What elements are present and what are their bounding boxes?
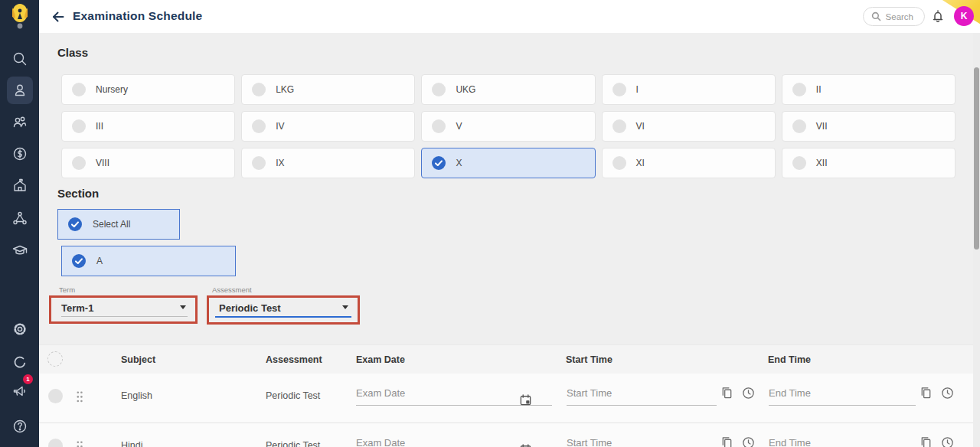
start-time-field — [567, 383, 717, 406]
row-checkbox[interactable] — [48, 389, 63, 403]
start-time-field — [567, 432, 717, 447]
sidebar: 1 — [0, 0, 39, 447]
radio-unselected — [252, 119, 266, 133]
radio-unselected — [612, 156, 626, 170]
drag-handle-icon[interactable] — [76, 390, 83, 406]
class-option-x-selected[interactable]: X — [421, 148, 595, 178]
select-all-checkbox[interactable]: Select All — [57, 209, 180, 240]
announcement-badge: 1 — [23, 374, 33, 384]
radio-unselected — [792, 156, 806, 170]
people-icon[interactable] — [0, 109, 39, 136]
check-circle-icon — [68, 217, 82, 231]
radio-unselected — [792, 83, 806, 96]
column-subject: Subject — [121, 354, 155, 365]
start-time-input[interactable] — [567, 383, 717, 406]
school-icon[interactable] — [0, 172, 39, 200]
column-assessment: Assessment — [266, 354, 322, 365]
term-label: Term — [59, 285, 75, 294]
notification-bell-icon[interactable] — [929, 8, 946, 24]
term-underline — [61, 316, 188, 317]
end-time-field — [769, 383, 916, 406]
class-option-ii[interactable]: II — [782, 74, 956, 105]
clock-icon[interactable] — [742, 436, 755, 447]
page-title: Examination Schedule — [73, 9, 202, 23]
class-option-vi[interactable]: VI — [602, 111, 776, 142]
class-option-iv[interactable]: IV — [241, 111, 415, 142]
class-option-v[interactable]: V — [421, 111, 595, 142]
chevron-down-icon — [180, 305, 186, 309]
radio-unselected — [432, 83, 446, 96]
end-time-input[interactable] — [769, 432, 916, 447]
community-icon[interactable] — [0, 204, 39, 232]
copy-icon[interactable] — [720, 386, 733, 403]
class-option-iii[interactable]: III — [61, 111, 235, 142]
calendar-icon[interactable] — [519, 393, 532, 409]
assessment-dropdown[interactable]: Periodic Test — [207, 295, 360, 325]
check-circle-icon — [432, 156, 446, 170]
copy-icon[interactable] — [920, 386, 933, 403]
start-time-input[interactable] — [567, 432, 717, 447]
table-row-english: English Periodic Test — [39, 374, 980, 423]
copy-icon[interactable] — [920, 436, 933, 447]
radio-unselected — [252, 83, 266, 96]
row-checkbox[interactable] — [48, 439, 63, 447]
class-option-viii[interactable]: VIII — [61, 148, 235, 178]
table-row-hindi: Hindi Periodic Test — [39, 423, 980, 447]
search-button[interactable]: Search — [863, 7, 925, 26]
term-dropdown[interactable]: Term-1 — [49, 295, 198, 324]
class-option-vii[interactable]: VII — [782, 111, 956, 142]
class-option-nursery[interactable]: Nursery — [61, 74, 235, 105]
class-option-ukg[interactable]: UKG — [421, 74, 595, 105]
calendar-icon[interactable] — [519, 443, 532, 447]
radio-unselected — [72, 156, 86, 170]
term-value: Term-1 — [61, 302, 93, 314]
settings-gear-icon[interactable] — [0, 315, 39, 343]
app-root: 1 Examination Schedule Search K Class Nu… — [0, 0, 980, 447]
section-heading: Section — [57, 187, 99, 200]
tulip-logo-icon — [8, 3, 31, 31]
student-icon[interactable] — [0, 77, 39, 104]
back-arrow-icon[interactable] — [50, 8, 67, 25]
section-option-a[interactable]: A — [61, 246, 236, 276]
search-icon[interactable] — [0, 45, 39, 73]
user-avatar[interactable]: K — [954, 6, 974, 26]
subject-cell: Hindi — [121, 440, 143, 447]
class-option-lkg[interactable]: LKG — [241, 74, 415, 105]
help-icon[interactable] — [0, 413, 39, 440]
class-option-xi[interactable]: XI — [602, 148, 776, 178]
end-time-input[interactable] — [769, 383, 916, 406]
class-option-xii[interactable]: XII — [782, 148, 956, 178]
end-time-field — [769, 432, 916, 447]
radio-unselected — [72, 119, 86, 133]
column-start-time: Start Time — [566, 354, 612, 365]
scrollbar-track — [973, 33, 980, 447]
radio-unselected — [612, 119, 626, 133]
scrollbar-thumb[interactable] — [974, 67, 979, 250]
academics-icon[interactable] — [0, 237, 39, 264]
select-all-rows-checkbox[interactable] — [47, 351, 63, 367]
assessment-underline — [215, 316, 351, 318]
clock-icon[interactable] — [941, 387, 954, 403]
schedule-table-header: Subject Assessment Exam Date Start Time … — [39, 344, 980, 374]
app-logo — [0, 0, 39, 33]
refresh-icon[interactable] — [0, 349, 39, 377]
assessment-cell: Periodic Test — [266, 440, 320, 447]
class-option-ix[interactable]: IX — [241, 148, 415, 178]
radio-unselected — [792, 119, 806, 133]
class-heading: Class — [57, 46, 88, 59]
class-options-grid: Nursery LKG UKG I II III IV V VI VII VII… — [61, 74, 956, 178]
clock-icon[interactable] — [941, 436, 954, 447]
announcement-megaphone-icon[interactable]: 1 — [0, 378, 39, 406]
drag-handle-icon[interactable] — [76, 440, 83, 447]
assessment-cell: Periodic Test — [266, 390, 320, 401]
clock-icon[interactable] — [742, 387, 755, 403]
fees-dollar-icon[interactable] — [0, 140, 39, 168]
copy-icon[interactable] — [720, 436, 733, 447]
subject-cell: English — [121, 390, 152, 401]
assessment-value: Periodic Test — [219, 302, 281, 314]
assessment-label: Assessment — [212, 285, 252, 294]
radio-unselected — [252, 156, 266, 170]
radio-unselected — [432, 119, 446, 133]
class-option-i[interactable]: I — [602, 74, 776, 105]
chevron-down-icon — [342, 305, 348, 309]
